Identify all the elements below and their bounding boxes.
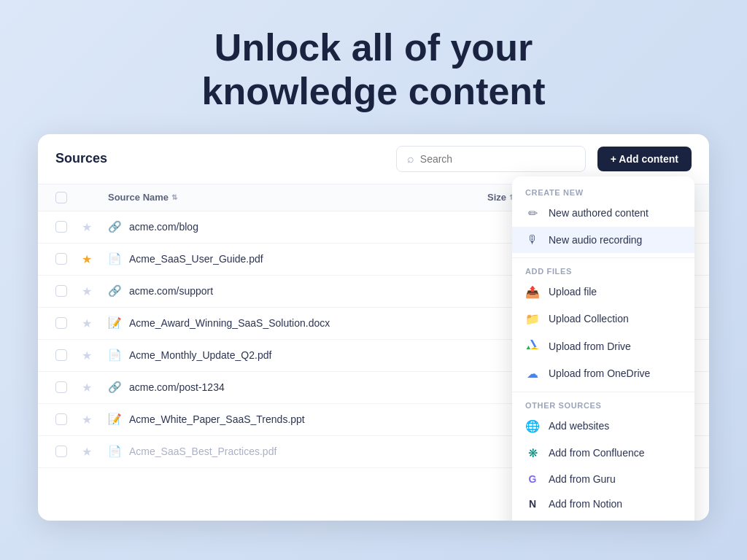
file-type-icon: 📝	[108, 316, 122, 330]
file-name-cell: 🔗 acme.com/post-1234	[108, 381, 487, 394]
dropdown-item-label: Add from Notion	[549, 498, 622, 510]
globe-icon: 🌐	[525, 419, 540, 433]
search-icon: ⌕	[407, 152, 414, 166]
file-type-icon: 📝	[108, 413, 122, 426]
file-name-cell: 🔗 acme.com/blog	[108, 220, 487, 233]
file-type-icon: 🔗	[108, 284, 122, 298]
onedrive-icon: ☁	[525, 367, 540, 381]
drive-icon	[525, 339, 540, 354]
row-checkbox[interactable]	[55, 413, 82, 425]
audio-icon: 🎙	[525, 233, 540, 246]
dropdown-item-add-websites[interactable]: 🌐 Add websites	[512, 413, 694, 440]
upload-file-icon: 📤	[525, 285, 540, 299]
row-checkbox[interactable]	[55, 446, 82, 457]
dropdown-item-new-authored[interactable]: ✏ New authored content	[512, 200, 694, 227]
dropdown-item-label: New authored content	[549, 207, 649, 219]
file-name-cell: 📄 Acme_SaaS_Best_Practices.pdf	[108, 445, 487, 458]
dropdown-item-upload-onedrive[interactable]: ☁ Upload from OneDrive	[512, 360, 694, 387]
confluence-icon: ❋	[525, 446, 540, 460]
dropdown-item-label: Upload Collection	[549, 313, 629, 324]
svg-marker-3	[530, 347, 539, 349]
col-source-name[interactable]: Source Name ⇅	[108, 192, 487, 203]
dropdown-section-label: Other sources	[512, 397, 694, 413]
file-name-cell: 🔗 acme.com/support	[108, 284, 487, 298]
dropdown-divider	[512, 392, 694, 392]
file-name-text: Acme_SaaS_Best_Practices.pdf	[129, 446, 276, 457]
dropdown-item-label: Add websites	[549, 420, 609, 432]
dropdown-menu: Create new ✏ New authored content 🎙 New …	[512, 176, 694, 521]
dropdown-item-label: Upload from Drive	[549, 341, 631, 352]
dropdown-item-new-audio[interactable]: 🎙 New audio recording	[512, 227, 694, 253]
star-button[interactable]: ★	[82, 445, 108, 459]
file-type-icon: 🔗	[108, 220, 122, 233]
sort-arrow-name: ⇅	[171, 193, 177, 201]
dropdown-section-label: Add files	[512, 262, 694, 279]
file-name-text: Acme_Monthly_Update_Q2.pdf	[129, 349, 271, 361]
file-name-text: acme.com/blog	[129, 221, 198, 233]
sources-title: Sources	[55, 151, 107, 166]
authored-icon: ✏	[525, 206, 540, 220]
svg-marker-2	[530, 340, 537, 347]
dropdown-item-add-confluence[interactable]: ❋ Add from Confluence	[512, 440, 694, 467]
search-box[interactable]: ⌕	[396, 146, 586, 172]
row-checkbox[interactable]	[55, 381, 82, 393]
file-name-cell: 📝 Acme_White_Paper_SaaS_Trends.ppt	[108, 413, 487, 426]
star-button[interactable]: ★	[82, 316, 108, 330]
file-name-cell: 📝 Acme_Award_Winning_SaaS_Solution.docx	[108, 316, 487, 330]
star-button[interactable]: ★	[82, 220, 108, 234]
file-name-cell: 📄 Acme_SaaS_User_Guide.pdf	[108, 252, 487, 265]
dropdown-item-label: Add from Guru	[549, 473, 616, 485]
app-card: Sources ⌕ + Add content Source Name ⇅ Si…	[38, 134, 709, 521]
star-button[interactable]: ★	[82, 349, 108, 362]
star-button[interactable]: ★	[82, 381, 108, 394]
row-checkbox[interactable]	[55, 317, 82, 329]
dropdown-item-label: Upload from OneDrive	[549, 368, 650, 379]
dropdown-divider	[512, 257, 694, 258]
dropdown-item-label: Upload file	[549, 286, 597, 298]
dropdown-item-label: Add from Confluence	[549, 447, 645, 459]
notion-icon: N	[525, 498, 540, 510]
star-button[interactable]: ★	[82, 252, 108, 266]
file-name-text: Acme_Award_Winning_SaaS_Solution.docx	[129, 317, 330, 329]
dropdown-item-label: New audio recording	[549, 234, 642, 246]
file-type-icon: 📄	[108, 445, 122, 458]
file-name-text: acme.com/post-1234	[129, 381, 225, 393]
row-checkbox[interactable]	[55, 221, 82, 233]
row-checkbox[interactable]	[55, 253, 82, 265]
file-type-icon: 📄	[108, 349, 122, 362]
dropdown-item-add-notion[interactable]: N Add from Notion	[512, 491, 694, 516]
svg-marker-1	[527, 346, 531, 349]
file-name-text: Acme_White_Paper_SaaS_Trends.ppt	[129, 413, 305, 425]
file-name-cell: 📄 Acme_Monthly_Update_Q2.pdf	[108, 349, 487, 362]
star-button[interactable]: ★	[82, 413, 108, 427]
dropdown-item-upload-drive[interactable]: Upload from Drive	[512, 332, 694, 360]
file-name-text: acme.com/support	[129, 285, 213, 297]
search-input[interactable]	[420, 153, 575, 165]
star-button[interactable]: ★	[82, 284, 108, 298]
row-checkbox[interactable]	[55, 285, 82, 297]
file-type-icon: 🔗	[108, 381, 122, 394]
dropdown-item-add-zendesk[interactable]: Z Add from Zendesk	[512, 516, 694, 521]
file-type-icon: 📄	[108, 252, 122, 265]
add-content-button[interactable]: + Add content	[597, 147, 692, 171]
dropdown-item-upload-file[interactable]: 📤 Upload file	[512, 279, 694, 306]
dropdown-section-label: Create new	[512, 184, 694, 200]
dropdown-item-add-guru[interactable]: G Add from Guru	[512, 467, 694, 491]
checkbox-all[interactable]	[55, 192, 82, 203]
row-checkbox[interactable]	[55, 349, 82, 361]
hero-title: Unlock all of your knowledge content	[202, 26, 546, 114]
guru-icon: G	[525, 473, 540, 485]
file-name-text: Acme_SaaS_User_Guide.pdf	[129, 253, 263, 265]
dropdown-item-upload-collection[interactable]: 📁 Upload Collection	[512, 306, 694, 332]
collection-icon: 📁	[525, 312, 540, 326]
